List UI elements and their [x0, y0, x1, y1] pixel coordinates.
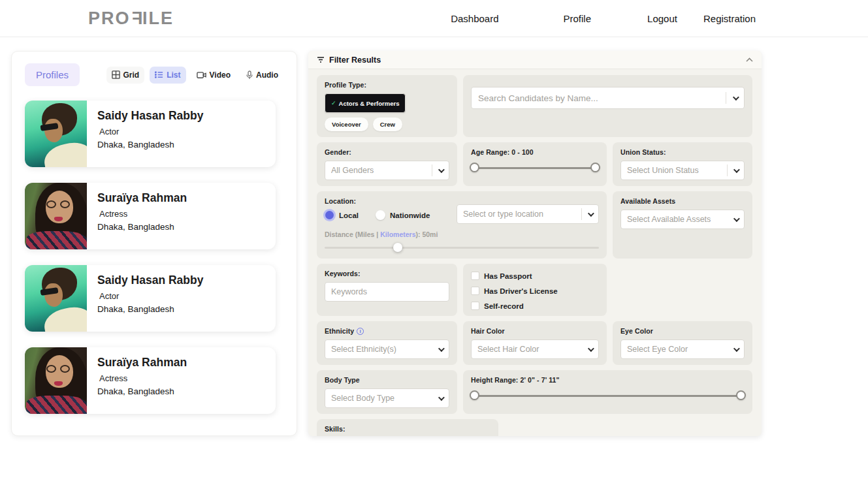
profile-card[interactable]: Suraïya Rahman Actress Dhaka, Bangladesh — [25, 183, 276, 249]
view-toggles: Grid List Video Audio — [106, 67, 283, 84]
profile-card[interactable]: Saidy Hasan Rabby Actor Dhaka, Banglades… — [25, 265, 276, 332]
toggle-list-view[interactable]: List — [150, 67, 185, 84]
filter-header[interactable]: Filter Results — [308, 51, 762, 69]
gender-select[interactable]: All Genders — [325, 161, 449, 180]
distance-handle[interactable] — [393, 243, 402, 252]
profile-location: Dhaka, Bangladesh — [97, 386, 187, 396]
pill-actors-performers[interactable]: ✓ Actors & Performers — [325, 93, 406, 113]
profile-location: Dhaka, Bangladesh — [97, 140, 203, 149]
radio-unselected-icon — [376, 210, 385, 220]
filter-icon — [317, 54, 325, 66]
checkbox-self-record[interactable]: Self-record — [471, 302, 599, 310]
profile-location: Dhaka, Bangladesh — [97, 304, 203, 314]
height-range-slider — [471, 390, 745, 401]
chevron-down-icon — [733, 166, 740, 173]
video-icon — [197, 71, 206, 79]
skills-label: Skills: — [325, 425, 490, 433]
chevron-down-icon[interactable] — [733, 94, 739, 101]
grid-icon — [112, 71, 120, 79]
top-navbar: PROFILE Dashboard Profile Logout Registr… — [0, 0, 868, 37]
kilometers-link[interactable]: Kilometers — [380, 230, 415, 238]
profile-card[interactable]: Saidy Hasan Rabby Actor Dhaka, Banglades… — [25, 101, 276, 167]
profile-type-block: Profile Type: ✓ Actors & Performers Voic… — [317, 75, 457, 137]
eye-color-select[interactable]: Select Eye Color — [620, 339, 745, 359]
documents-checkboxes-block: Has Passport Has Driver's License Self-r… — [463, 264, 607, 316]
height-range-label: Height Range: 2' 0" - 7' 11" — [471, 376, 745, 384]
skills-block: Skills: Select Skills... — [317, 419, 498, 436]
app-logo[interactable]: PROFILE — [88, 8, 174, 29]
profile-card[interactable]: Suraïya Rahman Actress Dhaka, Bangladesh — [25, 347, 276, 414]
check-icon: ✓ — [331, 100, 336, 106]
eye-color-label: Eye Color — [620, 327, 745, 335]
profile-card-list: Saidy Hasan Rabby Actor Dhaka, Banglades… — [25, 101, 283, 414]
filter-title: Filter Results — [329, 55, 381, 65]
ethnicity-block: Ethnicityi Select Ethnicity(s) — [317, 321, 457, 365]
union-status-label: Union Status: — [620, 148, 745, 156]
profile-photo — [25, 265, 87, 332]
chevron-down-icon — [438, 345, 445, 352]
age-range-block: Age Range: 0 - 100 — [463, 142, 607, 186]
name-search-block — [463, 75, 752, 137]
ethnicity-select[interactable]: Select Ethnicity(s) — [325, 339, 449, 359]
checkbox-has-drivers-license[interactable]: Has Driver's License — [471, 287, 558, 295]
audio-icon — [246, 71, 253, 80]
candidate-search — [471, 87, 745, 109]
profiles-header: Profiles Grid List Video Audio — [25, 63, 283, 86]
profile-location: Dhaka, Bangladesh — [97, 222, 187, 232]
profile-photo — [25, 183, 87, 249]
body-type-label: Body Type — [325, 376, 449, 384]
location-label: Location: — [325, 197, 450, 205]
candidate-search-input[interactable] — [478, 93, 719, 103]
profile-name: Suraïya Rahman — [97, 356, 187, 369]
location-select[interactable]: Select or type location — [457, 204, 599, 224]
checkbox-has-passport[interactable]: Has Passport — [471, 272, 532, 280]
union-status-select[interactable]: Select Union Status — [620, 161, 745, 180]
available-assets-label: Available Assets — [620, 197, 745, 205]
profile-role: Actress — [99, 373, 187, 383]
nav-link-dashboard[interactable]: Dashboard — [451, 13, 498, 24]
nav-links: Dashboard Profile Logout Registration — [451, 13, 756, 24]
hair-color-select[interactable]: Select Hair Color — [471, 339, 599, 359]
nav-link-registration[interactable]: Registration — [703, 13, 756, 24]
age-range-label: Age Range: 0 - 100 — [471, 148, 599, 156]
profile-name: Saidy Hasan Rabby — [97, 274, 203, 287]
ethnicity-label: Ethnicity — [325, 327, 354, 335]
pill-crew[interactable]: Crew — [373, 118, 402, 131]
union-status-block: Union Status: Select Union Status — [613, 142, 752, 186]
pill-voiceover[interactable]: Voiceover — [325, 118, 368, 131]
profile-type-label: Profile Type: — [325, 81, 449, 89]
available-assets-select[interactable]: Select Available Assets — [620, 210, 745, 229]
radio-selected-icon — [325, 211, 334, 219]
gender-label: Gender: — [325, 148, 449, 156]
distance-label: Distance (Miles | Kilometers): 50mi — [325, 230, 599, 238]
profile-name: Suraïya Rahman — [97, 191, 187, 205]
radio-nationwide[interactable]: Nationwide — [376, 210, 430, 220]
body-type-select[interactable]: Select Body Type — [325, 388, 449, 408]
profiles-panel: Profiles Grid List Video Audio — [11, 51, 297, 436]
keywords-input[interactable] — [325, 282, 449, 302]
toggle-grid-view[interactable]: Grid — [106, 67, 145, 84]
location-block: Location: Local Nationwide — [317, 191, 607, 259]
chevron-down-icon — [438, 394, 445, 401]
profile-name: Saidy Hasan Rabby — [97, 109, 203, 123]
profiles-title-badge: Profiles — [25, 63, 80, 86]
toggle-grid-label: Grid — [123, 71, 140, 80]
age-range-min-handle[interactable] — [470, 163, 479, 172]
info-icon[interactable]: i — [357, 328, 364, 335]
profile-photo — [25, 347, 87, 414]
list-icon — [155, 71, 163, 79]
nav-link-logout[interactable]: Logout — [647, 13, 677, 24]
collapse-chevron-up-icon[interactable] — [746, 57, 753, 62]
toggle-video-view[interactable]: Video — [191, 67, 236, 84]
height-max-handle[interactable] — [736, 390, 746, 400]
toggle-audio-view[interactable]: Audio — [241, 67, 283, 84]
height-min-handle[interactable] — [470, 390, 479, 400]
age-range-max-handle[interactable] — [590, 163, 600, 172]
radio-local[interactable]: Local — [325, 210, 359, 220]
height-range-block: Height Range: 2' 0" - 7' 11" — [463, 370, 752, 414]
gender-block: Gender: All Genders — [317, 142, 457, 186]
nav-link-profile[interactable]: Profile — [564, 13, 592, 24]
body-type-block: Body Type Select Body Type — [317, 370, 457, 414]
chevron-down-icon — [733, 215, 740, 222]
chevron-down-icon — [588, 345, 594, 352]
